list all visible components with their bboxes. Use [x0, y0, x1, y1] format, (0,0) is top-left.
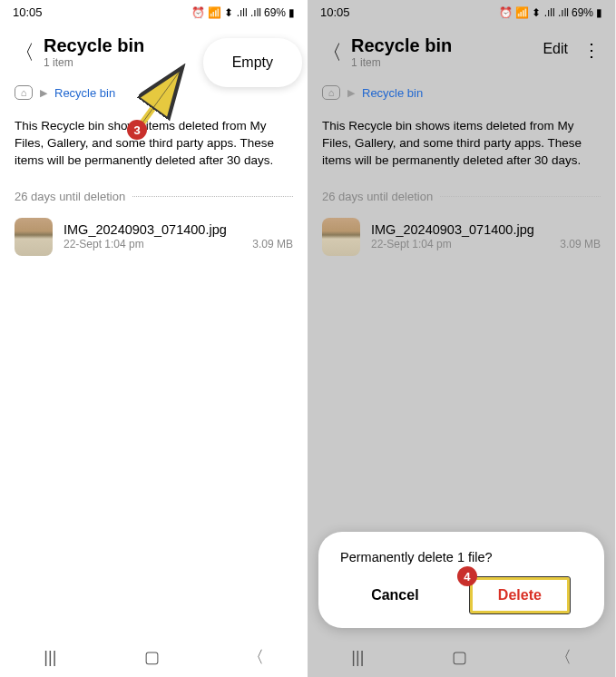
edit-button[interactable]: Edit — [543, 35, 573, 57]
recycle-bin-description: This Recycle bin shows items deleted fro… — [0, 109, 308, 179]
file-size: 3.09 MB — [560, 238, 601, 250]
status-bar: 10:05 ⏰ 📶 ⬍ .ıll .ıll 69% ▮ — [308, 0, 615, 25]
home-button[interactable]: ▢ — [452, 647, 467, 667]
android-nav-bar: ||| ▢ 〈 — [0, 637, 308, 677]
status-bar: 10:05 ⏰ 📶 ⬍ .ıll .ıll 69% ▮ — [0, 0, 308, 25]
recycle-bin-description: This Recycle bin shows items deleted fro… — [308, 109, 615, 179]
status-time: 10:05 — [320, 5, 350, 19]
cancel-button[interactable]: Cancel — [353, 580, 436, 611]
chevron-right-icon: ▶ — [40, 87, 47, 99]
status-icons: ⏰ 📶 ⬍ .ıll .ıll — [191, 6, 261, 19]
breadcrumb-current[interactable]: Recycle bin — [362, 86, 423, 100]
back-nav-button[interactable]: 〈 — [248, 646, 264, 668]
file-date: 22-Sept 1:04 pm — [371, 238, 452, 250]
back-button[interactable]: 〈 — [322, 35, 342, 66]
file-date: 22-Sept 1:04 pm — [64, 238, 144, 250]
battery-icon: ▮ — [596, 6, 602, 19]
deletion-countdown: 26 days until deletion — [322, 190, 433, 203]
divider — [440, 196, 601, 197]
file-name: IMG_20240903_071400.jpg — [64, 222, 293, 237]
recents-button[interactable]: ||| — [351, 648, 364, 667]
android-nav-bar: ||| ▢ 〈 — [308, 637, 615, 677]
annotation-step-3: 3 — [127, 120, 147, 140]
file-list-item[interactable]: IMG_20240903_071400.jpg 22-Sept 1:04 pm … — [0, 209, 308, 265]
deletion-countdown: 26 days until deletion — [15, 190, 125, 203]
confirm-delete-dialog: Permanently delete 1 file? Cancel 4 Dele… — [318, 532, 604, 628]
status-icons: ⏰ 📶 ⬍ .ıll .ıll — [499, 6, 569, 19]
status-battery: 69% — [264, 6, 286, 19]
status-battery: 69% — [572, 6, 593, 19]
recents-button[interactable]: ||| — [44, 648, 56, 667]
battery-icon: ▮ — [288, 6, 295, 19]
empty-menu-item[interactable]: Empty — [203, 38, 302, 87]
file-thumbnail — [15, 218, 53, 256]
back-button[interactable]: 〈 — [15, 35, 34, 66]
home-button[interactable]: ▢ — [144, 647, 160, 667]
breadcrumb: ▶ Recycle bin — [308, 69, 615, 109]
delete-button[interactable]: Delete — [470, 577, 570, 613]
home-icon[interactable] — [322, 85, 340, 100]
annotation-step-4: 4 — [457, 566, 477, 586]
item-count: 1 item — [351, 56, 533, 69]
divider — [132, 196, 293, 197]
file-list-item[interactable]: IMG_20240903_071400.jpg 22-Sept 1:04 pm … — [308, 209, 615, 265]
file-size: 3.09 MB — [252, 238, 293, 250]
page-title: Recycle bin — [351, 35, 533, 56]
back-nav-button[interactable]: 〈 — [555, 646, 572, 668]
breadcrumb-current[interactable]: Recycle bin — [54, 86, 115, 100]
more-options-button[interactable]: ⋮ — [582, 35, 601, 61]
home-icon[interactable] — [15, 85, 33, 100]
status-time: 10:05 — [13, 5, 43, 19]
file-name: IMG_20240903_071400.jpg — [371, 222, 601, 237]
file-thumbnail — [322, 218, 360, 256]
chevron-right-icon: ▶ — [347, 87, 355, 99]
